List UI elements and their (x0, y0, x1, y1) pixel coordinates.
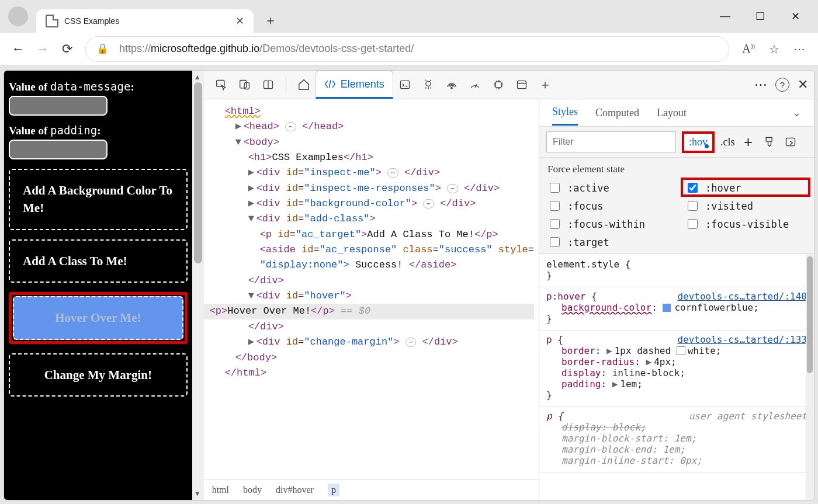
url-text: https://microsoftedge.github.io/Demos/de… (119, 43, 414, 55)
window-minimize-icon[interactable]: — (720, 10, 730, 23)
highlight-hover-checkbox (681, 178, 810, 197)
lock-icon: 🔒 (96, 43, 109, 55)
state-hover[interactable]: :hover (685, 181, 806, 194)
state-focus[interactable]: :focus (547, 199, 668, 213)
svg-line-5 (329, 80, 331, 88)
performance-tab-icon[interactable] (465, 74, 486, 95)
new-style-rule-icon[interactable]: + (741, 134, 756, 150)
page-scrollbar[interactable] (192, 71, 204, 500)
browser-tab[interactable]: CSS Examples ✕ (36, 9, 254, 33)
toggle-hover-button[interactable]: :hov (682, 131, 715, 153)
tab-computed[interactable]: Computed (595, 107, 639, 119)
nav-forward-button: → (30, 37, 55, 61)
state-focus-visible[interactable]: :focus-visible (685, 217, 806, 231)
crumb-p[interactable]: p (328, 484, 339, 496)
content-area: Value of data-message: Value of padding:… (4, 70, 814, 500)
elements-tab[interactable]: Elements (316, 71, 393, 99)
dom-breadcrumb[interactable]: html body div#hover p (204, 479, 539, 500)
window-close-icon[interactable]: ✕ (790, 10, 800, 23)
panel-toggle-icon[interactable] (258, 74, 279, 95)
favorite-icon[interactable]: ☆ (769, 42, 779, 56)
styles-scrollbar[interactable] (806, 254, 814, 500)
tab-styles[interactable]: Styles (552, 100, 578, 126)
application-tab-icon[interactable] (511, 74, 532, 95)
nav-back-button[interactable]: ← (6, 37, 30, 61)
network-tab-icon[interactable] (441, 74, 462, 95)
read-aloud-icon[interactable]: A)) (742, 42, 755, 56)
rule-p-hover[interactable]: p:hover {devtools-cs…tarted/:140 backgro… (539, 287, 814, 331)
rule-source-link[interactable]: devtools-cs…tarted/:140 (677, 291, 807, 302)
crumb-html[interactable]: html (212, 485, 229, 495)
svg-rect-0 (216, 81, 224, 87)
inspect-element-icon[interactable] (211, 74, 232, 95)
svg-rect-12 (517, 81, 526, 88)
window-maximize-icon[interactable]: ☐ (755, 10, 765, 23)
state-visited[interactable]: :visited (685, 199, 806, 213)
nav-bar: ← → ⟳ 🔒 https://microsoftedge.github.io/… (0, 33, 818, 65)
window-controls: — ☐ ✕ (720, 10, 818, 23)
label-data-message: Value of data-message: (9, 80, 188, 93)
more-tabs-icon[interactable]: ＋ (535, 74, 556, 95)
box-addclass[interactable]: Add A Class To Me! (9, 239, 188, 283)
state-focus-within[interactable]: :focus-within (547, 217, 668, 231)
console-tab-icon[interactable] (394, 74, 415, 95)
color-swatch-icon[interactable] (663, 304, 671, 312)
toggle-class-button[interactable]: .cls (720, 136, 735, 148)
data-message-value-field[interactable] (9, 96, 108, 116)
styles-toolbar: :hov .cls + (539, 127, 814, 158)
rule-source-link[interactable]: devtools-cs…tarted/:133 (677, 334, 807, 345)
styles-tabs-expand-icon[interactable]: ⌄ (792, 106, 801, 119)
devtools-toolbar: Elements (204, 71, 814, 99)
rule-element-style[interactable]: element.style { } (539, 255, 814, 287)
rule-p[interactable]: p {devtools-cs…tarted/:133 border: ▶1px … (539, 331, 814, 407)
tab-close-icon[interactable]: ✕ (235, 15, 244, 27)
devtools-more-icon[interactable]: ⋯ (754, 77, 767, 92)
computed-sidebar-icon[interactable] (783, 134, 798, 150)
brush-icon[interactable] (762, 134, 777, 150)
welcome-tab-icon[interactable] (293, 74, 314, 95)
device-toggle-icon[interactable] (234, 74, 255, 95)
styles-panel: Styles Computed Layout ⌄ :hov .cls + (539, 99, 814, 500)
tab-layout[interactable]: Layout (657, 107, 687, 119)
crumb-div[interactable]: div#hover (276, 485, 314, 495)
svg-rect-1 (240, 81, 246, 88)
profile-avatar[interactable] (8, 6, 28, 26)
force-state-title: Force element state (547, 164, 806, 175)
padding-value-field[interactable] (9, 140, 108, 159)
dom-tree[interactable]: <html> ▶<head> ⋯ </head> ▼<body> <h1>CSS… (204, 99, 539, 479)
browser-window: CSS Examples ✕ ＋ — ☐ ✕ ← → ⟳ 🔒 https://m… (0, 0, 818, 504)
sources-tab-icon[interactable] (418, 74, 439, 95)
devtools-help-icon[interactable]: ? (775, 78, 789, 92)
crumb-body[interactable]: body (243, 485, 262, 495)
new-tab-button[interactable]: ＋ (254, 12, 287, 29)
box-bgcolor[interactable]: Add A Background Color To Me! (9, 169, 188, 230)
rule-p-useragent[interactable]: p {user agent stylesheet display: block;… (539, 407, 814, 472)
svg-rect-6 (400, 81, 409, 88)
selected-dom-node[interactable]: <p>Hover Over Me!</p> == $0 (204, 304, 534, 319)
nav-refresh-button[interactable]: ⟳ (55, 37, 79, 61)
state-target[interactable]: :target (547, 235, 668, 249)
force-element-state: Force element state :active :hover :focu… (539, 158, 814, 254)
devtools-panel: Elements (204, 71, 814, 500)
box-margin[interactable]: Change My Margin! (9, 353, 188, 397)
devtools-close-icon[interactable]: ✕ (798, 77, 808, 92)
style-rules[interactable]: element.style { } p:hover {devtools-cs…t… (539, 254, 814, 500)
styles-filter-input[interactable] (546, 131, 676, 152)
svg-point-9 (450, 88, 452, 89)
rendered-page: Value of data-message: Value of padding:… (4, 71, 192, 500)
page-icon (46, 15, 58, 27)
label-padding: Value of padding: (9, 124, 188, 137)
devtools-body: <html> ▶<head> ⋯ </head> ▼<body> <h1>CSS… (204, 99, 814, 500)
address-bar[interactable]: 🔒 https://microsoftedge.github.io/Demos/… (85, 36, 729, 62)
styles-tabs: Styles Computed Layout ⌄ (539, 99, 814, 127)
memory-tab-icon[interactable] (488, 74, 509, 95)
nav-right-controls: A)) ☆ ⋯ (735, 42, 812, 56)
dom-column: <html> ▶<head> ⋯ </head> ▼<body> <h1>CSS… (204, 99, 539, 500)
box-hover[interactable]: Hover Over Me! (13, 296, 183, 339)
svg-rect-11 (495, 82, 501, 88)
svg-point-8 (426, 81, 431, 86)
state-active[interactable]: :active (547, 181, 668, 194)
hover-box-highlight: Hover Over Me! (9, 292, 188, 343)
titlebar: CSS Examples ✕ ＋ — ☐ ✕ (0, 0, 818, 33)
more-menu-icon[interactable]: ⋯ (793, 42, 805, 56)
